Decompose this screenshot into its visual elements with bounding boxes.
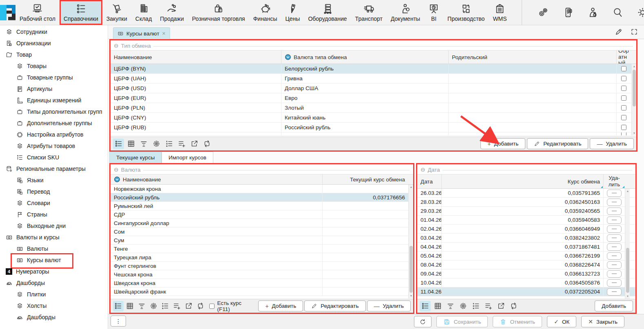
ribbon-item-retail[interactable]: Розничная торговля [188,0,249,25]
table-row[interactable]: 08.04.260,0368226474— [417,261,635,269]
table-row[interactable]: 05.04.260,0366726199— [417,252,635,261]
sidebar-item-numerators[interactable]: 4Нумераторы [0,266,108,277]
sidebar-item-currency-rates[interactable]: Курсы валют [0,254,108,266]
column-header-rate[interactable]: Курс обмена [442,174,604,188]
reload-icon[interactable] [195,301,206,311]
table-row[interactable]: 28.03.260,0362450163— [417,198,635,207]
sidebar-item-canvases[interactable]: Холсты [0,300,108,311]
sidebar-item-articles[interactable]: Артикулы [0,83,108,95]
reverse-checkbox[interactable] [621,132,626,135]
list-view-icon[interactable] [420,301,431,311]
table-row[interactable]: Тенге [111,245,413,253]
table-row[interactable]: Швейцарский франк [111,287,413,296]
scroll-up-icon[interactable]: ▲ [409,185,414,190]
table-row[interactable]: 03.04.260,0382423802— [417,234,635,243]
table-row[interactable]: СДР [111,210,413,219]
settings-icon[interactable] [458,301,469,311]
table-row[interactable]: Турецкая лира [111,253,413,262]
fullscreen-icon[interactable] [630,28,638,36]
tab-current-rates[interactable]: Текущие курсы [109,152,162,163]
delete-rate-button[interactable]: — [607,252,622,260]
sidebar-item-currencies-and-rates[interactable]: Валюты и курсы [0,232,108,243]
scrollbar-thumb[interactable] [626,248,629,293]
delete-rate-button[interactable]: — [607,261,622,269]
delete-rate-button[interactable]: — [607,199,622,206]
collapse-icon[interactable]: ⊖ [114,43,119,49]
table-row[interactable]: Российский рубль0,037176656 [111,193,413,202]
delete-rate-button[interactable]: — [607,208,622,215]
ribbon-item-documents[interactable]: Документы [387,0,424,25]
column-header-reverse[interactable]: Обратный [617,51,631,64]
list-view-icon[interactable] [113,139,124,149]
scroll-up-icon[interactable]: ▲ [625,189,630,194]
reverse-checkbox[interactable] [621,86,626,91]
save-button[interactable]: Сохранить [436,316,488,327]
vertical-scrollbar[interactable]: ▲ ▼ [625,189,630,299]
delete-rate-button[interactable]: — [607,225,622,233]
theme-icon[interactable] [637,7,644,18]
sidebar-item-product[interactable]: Товар [0,49,108,60]
column-header-currency[interactable]: Валюта типа обмена [281,51,449,64]
collapse-icon[interactable]: ⊖ [114,167,119,172]
delete-rate-button[interactable]: — [607,279,622,287]
table-row-partial[interactable] [111,132,636,136]
table-row[interactable]: ЦБРФ (PLN) Злотый [111,103,636,113]
list-view-icon[interactable] [113,301,124,311]
delete-rate-button[interactable]: — [607,270,622,278]
add-list-icon[interactable] [483,301,494,311]
sidebar-item-dashboards[interactable]: Дашборды [0,277,108,289]
sidebar-item-translation[interactable]: Перевод [0,186,108,197]
reload-icon[interactable] [508,301,519,311]
delete-button[interactable]: —Удалить [367,300,411,311]
ribbon-item-warehouse[interactable]: Склад [131,0,156,25]
table-row[interactable]: ЦБРФ (CNY) Китайский юань [111,113,636,123]
reverse-checkbox[interactable] [621,105,626,110]
table-row[interactable]: 29.03.260,0359240565— [417,207,635,216]
open-in-new-icon[interactable] [496,301,507,311]
sidebar-item-tiles[interactable]: Плитки [0,289,108,300]
table-row[interactable]: Шведская крона [111,279,413,287]
table-row[interactable]: Норвежская крона [111,185,413,193]
ribbon-item-prices[interactable]: Цены [281,0,304,25]
sidebar-item-extra-group-types[interactable]: Типы дополнительных групп [0,106,108,117]
table-row[interactable]: ЦБРФ (UAH) Гривна [111,74,636,84]
scroll-down-icon[interactable]: ▼ [409,294,414,298]
table-row[interactable]: Фунт стерлингов [111,262,413,270]
table-row[interactable]: ЦБРФ (USD) Доллар США [111,84,636,93]
column-header-name[interactable]: Наименование [111,174,323,184]
sidebar-item-languages[interactable]: Языки [0,174,108,186]
ribbon-item-bi[interactable]: BI [424,0,443,25]
settings-icon[interactable] [538,7,549,18]
table-row[interactable]: 01.04.260,035940583— [417,216,635,225]
edit-button[interactable]: Редактировать [527,138,588,149]
more-options-button[interactable]: ⋮ [111,316,126,327]
table-row[interactable]: Сом [111,227,413,236]
table-row[interactable]: Румынский лей [111,202,413,210]
numbered-list-icon[interactable] [160,301,170,311]
sidebar-item-employees[interactable]: Сотрудники [0,26,108,38]
sidebar-item-units[interactable]: Единицы измерений [0,95,108,106]
add-list-icon[interactable] [176,139,187,149]
reverse-checkbox[interactable] [621,66,626,71]
sidebar-item-holidays[interactable]: Выходные дни [0,220,108,232]
refresh-button[interactable] [414,316,432,327]
filter-icon[interactable] [137,301,147,311]
sidebar-item-extra-groups[interactable]: Дополнительные группы [0,117,108,129]
table-row[interactable]: Сингапурский доллар [111,219,413,227]
open-in-new-icon[interactable] [184,301,194,311]
sidebar-item-product-attributes[interactable]: Атрибуты товаров [0,140,108,152]
filter-icon[interactable] [138,139,149,149]
numbered-list-icon[interactable] [470,301,481,311]
ribbon-item-transport[interactable]: Транспорт [351,0,387,25]
ribbon-item-directories[interactable]: Справочники [60,0,102,25]
scroll-down-icon[interactable]: ▼ [632,131,637,136]
reverse-checkbox[interactable] [621,115,626,120]
delete-button[interactable]: —Удалить [590,138,634,149]
grid-view-icon[interactable] [125,301,135,311]
scrollbar-thumb[interactable] [633,70,636,106]
grid-view-icon[interactable] [432,301,443,311]
ribbon-item-equipment[interactable]: Оборудование [304,0,351,25]
sidebar-item-sku-lists[interactable]: Списки SKU [0,152,108,163]
vertical-scrollbar[interactable]: ▲ ▼ [408,185,413,298]
sidebar-item-attribute-settings[interactable]: Настройка атрибутов [0,129,108,140]
